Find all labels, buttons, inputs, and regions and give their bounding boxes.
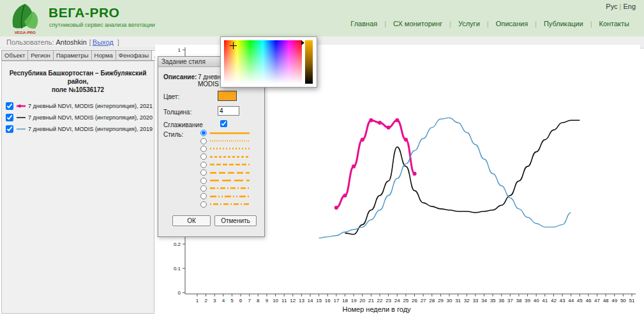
- style-option-5[interactable]: [200, 169, 251, 176]
- x-tick-label: 44: [568, 298, 574, 303]
- color-crosshair-icon: [230, 42, 237, 49]
- x-tick-label: 43: [560, 298, 565, 303]
- legend-items: 7 дневный NDVI, MODIS (интерполяция), 20…: [2, 100, 154, 135]
- legend-checkbox[interactable]: [6, 125, 13, 133]
- style-radio[interactable]: [200, 162, 207, 168]
- x-tick-label: 8: [257, 298, 260, 303]
- x-tick-label: 12: [290, 298, 296, 303]
- brightness-bar[interactable]: [305, 40, 313, 84]
- style-line-sample: [209, 201, 251, 207]
- language-switcher: Рус|Eng: [604, 3, 638, 10]
- style-line-sample: [209, 170, 251, 176]
- nav-separator: |: [449, 20, 451, 27]
- style-radio[interactable]: [200, 130, 207, 136]
- x-tick-label: 47: [594, 298, 600, 303]
- style-radio[interactable]: [200, 169, 207, 176]
- tab-4[interactable]: Фенофазы: [116, 50, 151, 61]
- x-tick-label: 9: [266, 298, 269, 303]
- x-tick-label: 46: [585, 298, 591, 303]
- style-option-1[interactable]: [200, 137, 251, 144]
- style-radio[interactable]: [200, 201, 207, 208]
- field-title: Республика Башкортостан – Бижбулякский р…: [2, 69, 154, 94]
- thickness-input[interactable]: [218, 106, 239, 116]
- nav-link-1[interactable]: СХ мониторинг: [393, 20, 442, 27]
- x-tick-label: 51: [629, 298, 635, 303]
- style-radio[interactable]: [200, 185, 207, 192]
- series-marker-0: [404, 138, 408, 142]
- x-tick-label: 17: [333, 298, 339, 303]
- x-tick-label: 22: [377, 298, 383, 303]
- x-tick-label: 38: [516, 298, 521, 303]
- nav-link-5[interactable]: Контакты: [599, 20, 629, 27]
- series-marker-0: [369, 118, 373, 122]
- legend-checkbox[interactable]: [6, 114, 13, 121]
- tab-1[interactable]: Регион: [27, 50, 53, 61]
- style-radio[interactable]: [200, 153, 207, 160]
- header: VEGA-PRO ВЕГА-PRO спутниковый сервис ана…: [0, 0, 644, 36]
- legend-item: 7 дневный NDVI, MODIS (интерполяция), 20…: [2, 112, 154, 123]
- x-tick-label: 42: [551, 298, 557, 303]
- style-line-sample: [209, 138, 251, 144]
- x-tick-label: 14: [308, 298, 313, 303]
- style-radio[interactable]: [200, 138, 207, 144]
- style-label: Стиль:: [163, 131, 183, 138]
- legend-line-sample: [16, 114, 26, 121]
- series-line-1: [345, 120, 580, 234]
- style-option-3[interactable]: [200, 153, 251, 160]
- series-marker-0: [361, 138, 364, 142]
- x-tick-label: 39: [525, 298, 530, 303]
- y-tick-label: 1: [178, 47, 181, 53]
- bracket-open: [: [89, 38, 91, 46]
- style-option-4[interactable]: [200, 161, 251, 169]
- tab-3[interactable]: Норма: [91, 50, 116, 61]
- legend-checkbox[interactable]: [6, 102, 13, 110]
- app-title: ВЕГА-PRO: [49, 5, 119, 20]
- series-marker-0: [378, 121, 382, 125]
- x-tick-label: 13: [299, 298, 304, 303]
- style-option-8[interactable]: [200, 192, 251, 200]
- tab-0[interactable]: Объект: [1, 50, 27, 61]
- style-option-9[interactable]: [200, 201, 251, 208]
- nav-link-2[interactable]: Услуги: [458, 20, 480, 27]
- x-tick-label: 11: [281, 298, 287, 303]
- lang-eng[interactable]: Eng: [623, 3, 636, 10]
- vega-logo[interactable]: VEGA-PRO: [6, 2, 43, 35]
- tab-2[interactable]: Параметры: [53, 50, 91, 61]
- bracket-close: ]: [117, 38, 119, 46]
- nav-link-4[interactable]: Публикации: [544, 20, 583, 27]
- style-radio[interactable]: [200, 193, 207, 199]
- nav-separator: |: [535, 20, 537, 27]
- smoothing-label: Сглаживание: [163, 121, 203, 128]
- style-option-6[interactable]: [200, 176, 251, 184]
- x-tick-label: 2: [204, 298, 207, 303]
- x-tick-label: 50: [620, 298, 626, 303]
- username: Antoshkin: [56, 38, 86, 46]
- cancel-button[interactable]: Отменить: [214, 215, 257, 226]
- logout-link[interactable]: Выход: [93, 38, 114, 46]
- style-line-sample: [209, 130, 251, 136]
- x-tick-label: 31: [455, 298, 461, 303]
- x-tick-label: 7: [248, 298, 251, 303]
- brightness-marker-icon: [301, 40, 304, 45]
- field-title-line1: Республика Башкортостан – Бижбулякский р…: [2, 69, 154, 86]
- style-option-0[interactable]: [200, 129, 251, 137]
- style-option-7[interactable]: [200, 185, 251, 192]
- nav-separator: |: [384, 20, 386, 27]
- color-swatch[interactable]: [218, 91, 237, 101]
- color-gradient-area[interactable]: [224, 40, 302, 84]
- y-tick-label: 0.1: [174, 266, 181, 272]
- x-tick-label: 35: [490, 298, 496, 303]
- nav-link-3[interactable]: Описания: [496, 20, 528, 27]
- lang-rus[interactable]: Рус: [606, 3, 617, 10]
- style-radio[interactable]: [200, 146, 207, 152]
- x-tick-label: 25: [403, 298, 408, 303]
- x-tick-label: 19: [351, 298, 357, 303]
- x-tick-label: 49: [611, 298, 617, 303]
- x-tick-label: 1: [196, 298, 199, 303]
- nav-link-0[interactable]: Главная: [350, 20, 377, 27]
- smoothing-checkbox[interactable]: [220, 120, 227, 127]
- style-option-2[interactable]: [200, 145, 251, 153]
- style-radio[interactable]: [200, 178, 207, 184]
- style-line-sample: [209, 194, 251, 199]
- ok-button[interactable]: ОК: [172, 215, 211, 226]
